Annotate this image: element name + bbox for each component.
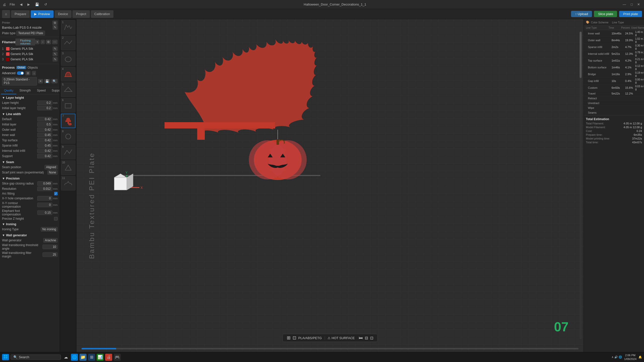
group-line-width-title[interactable]: ▼ Line width	[2, 112, 58, 116]
tab-support[interactable]: Support	[49, 87, 60, 94]
taskbar-app2[interactable]: ⊞	[88, 354, 95, 361]
group-layer-height-title[interactable]: ▼ Layer height	[2, 96, 58, 100]
taskbar-app4[interactable]: 🖨	[105, 354, 112, 361]
thumb-10[interactable]: 10	[61, 160, 75, 175]
wall-thresh-input[interactable]	[43, 245, 58, 249]
project-btn[interactable]: Project	[72, 10, 90, 18]
wall-gen-dropdown[interactable]: Arachne	[43, 238, 58, 243]
group-precision-title[interactable]: ▼ Precision	[2, 177, 58, 180]
group-seam-title[interactable]: ▼ Seam	[2, 160, 58, 164]
print-btn[interactable]: Print plate	[619, 11, 642, 17]
stat-pct-9: 12.2%	[625, 92, 634, 95]
group-seam-icon: ▼	[2, 160, 5, 164]
upload-btn[interactable]: ↑ Upload	[571, 11, 592, 17]
lw-top-input[interactable]	[37, 138, 52, 143]
taskbar-app1[interactable]: 📁	[79, 354, 87, 361]
xy-hole-input[interactable]	[37, 196, 52, 201]
arc-fitting-checkbox[interactable]: ✓	[54, 192, 58, 195]
flushing-volumes-btn[interactable]: Flushing volumes	[15, 38, 35, 46]
thumb-8[interactable]: 8	[61, 129, 75, 144]
profile-clear-btn[interactable]: ✕	[38, 79, 43, 83]
thumb-7[interactable]: 7	[61, 114, 75, 128]
layer-height-input[interactable]	[37, 101, 52, 105]
device-btn[interactable]: Device	[55, 10, 72, 18]
lw-outer-input[interactable]	[37, 127, 52, 132]
thumb-5[interactable]: 5	[61, 82, 75, 97]
close-btn[interactable]: ✕	[636, 2, 641, 7]
ironing-type-dropdown[interactable]: No ironing	[41, 227, 58, 232]
lw-solid-input[interactable]	[37, 149, 52, 153]
stat-type-7: Gap infill	[588, 79, 611, 82]
taskbar-app3[interactable]: 📊	[97, 354, 104, 361]
viewport[interactable]: Bambu Textured PEI Plate	[76, 19, 584, 352]
lw-inner-input[interactable]	[37, 133, 52, 137]
lw-default-input[interactable]	[37, 117, 52, 121]
layer-slider[interactable]	[82, 348, 579, 349]
plate-dropdown[interactable]: Textured PEI Plate	[16, 31, 45, 36]
layer-number: 07	[554, 319, 569, 334]
search-bar[interactable]: 🔍 Search	[11, 354, 61, 360]
slice-btn[interactable]: Slice plate	[594, 11, 617, 17]
wall-filter-input[interactable]	[43, 252, 58, 257]
process-tools-btn[interactable]: ⊞	[25, 71, 30, 75]
notification-btn[interactable]: 🔔	[638, 355, 642, 359]
slice-gap-input[interactable]	[37, 181, 52, 186]
taskbar-app5[interactable]: 🎮	[114, 354, 121, 361]
thumb-3[interactable]: 3	[61, 51, 75, 66]
back-btn[interactable]: ◀	[18, 2, 24, 7]
minimize-btn[interactable]: —	[621, 2, 628, 7]
process-import-btn[interactable]: ↓	[32, 71, 36, 75]
forward-btn[interactable]: ▶	[26, 2, 31, 7]
right-slider[interactable]	[580, 32, 582, 339]
resolution-input[interactable]	[37, 187, 52, 191]
filament-3-edit[interactable]: ✎	[53, 57, 58, 62]
calibration-btn[interactable]: Calibration	[91, 10, 113, 18]
group-wall-title[interactable]: ▼ Wall generator	[2, 234, 58, 237]
filament-add-btn[interactable]: +	[35, 40, 39, 44]
scarf-dropdown[interactable]: None	[47, 170, 58, 175]
stat-time-1: 8m44s	[612, 39, 624, 42]
printer-edit-btn[interactable]: ✎	[53, 25, 58, 30]
lw-sparse-input[interactable]	[37, 143, 52, 148]
seam-pos-dropdown[interactable]: Aligned	[45, 165, 58, 169]
taskbar-widgets[interactable]: ☁	[62, 354, 69, 361]
lw-support-input[interactable]	[37, 154, 52, 158]
printer-settings-btn[interactable]: ⚙	[52, 21, 58, 25]
thumb-1[interactable]: 1	[61, 20, 75, 35]
precise-z-checkbox[interactable]	[54, 217, 58, 220]
thumb-9[interactable]: 9	[61, 145, 75, 159]
tab-strength[interactable]: Strength	[16, 87, 34, 94]
home-btn[interactable]: ⌂	[2, 10, 10, 18]
thumb-2[interactable]: 2	[61, 36, 75, 50]
filament-settings-btn[interactable]: ⚙	[46, 40, 51, 44]
redo-btn[interactable]: ↺	[43, 2, 49, 7]
preview-btn[interactable]: ▶ Preview	[31, 10, 53, 18]
xy-contour-input[interactable]	[37, 203, 52, 207]
advanced-toggle[interactable]	[17, 71, 24, 75]
tab-quality[interactable]: Quality	[1, 87, 16, 94]
save-btn[interactable]: 💾	[33, 2, 41, 7]
group-ironing-title[interactable]: ▼ Ironing	[2, 222, 58, 226]
profile-search-btn[interactable]: 🔍	[51, 79, 58, 83]
profile-save-btn[interactable]: 💾	[44, 79, 50, 83]
file-menu[interactable]: File	[8, 2, 16, 7]
window-title: Halloween_Door_Corner_Decorations_1_1	[49, 3, 621, 6]
filament-2-edit[interactable]: ✎	[53, 52, 58, 56]
filament-1-edit[interactable]: ✎	[53, 47, 58, 51]
initial-layer-height-input[interactable]	[37, 106, 52, 110]
filament-remove-btn[interactable]: −	[41, 40, 45, 44]
maximize-btn[interactable]: □	[629, 2, 634, 7]
start-button[interactable]	[2, 354, 9, 360]
prepare-btn[interactable]: Prepare	[11, 10, 30, 18]
thumb-4[interactable]: 4	[61, 67, 75, 81]
filament-name-1: Generic PLA Silk	[11, 47, 52, 51]
elephant-input[interactable]	[37, 210, 52, 215]
lw-initial-input[interactable]	[37, 122, 52, 127]
objects-label[interactable]: Objects	[28, 66, 38, 69]
taskbar-edge[interactable]: 🌐	[71, 354, 78, 361]
thumb-6[interactable]: 6	[61, 98, 75, 113]
tab-speed[interactable]: Speed	[34, 87, 49, 94]
filament-more-btn[interactable]: ⋯	[52, 40, 58, 44]
global-badge[interactable]: Global	[16, 66, 26, 69]
thumb-11[interactable]: 11	[61, 176, 75, 191]
